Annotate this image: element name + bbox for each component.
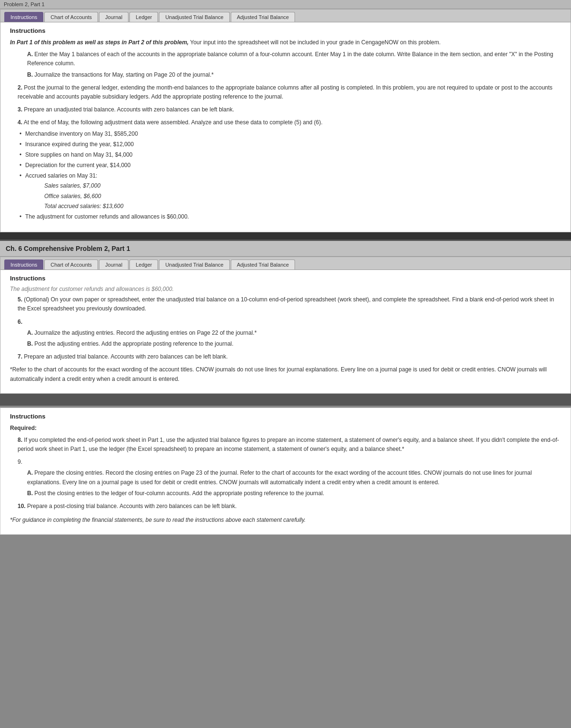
list-item-4: 4. At the end of May, the following adju… bbox=[18, 118, 561, 221]
intro-text-cont: Your input into the spreadsheet will not… bbox=[190, 39, 441, 46]
tab-chart-of-accounts-1[interactable]: Chart of Accounts bbox=[44, 12, 98, 22]
salary-2-text: Office salaries, $6,600 bbox=[44, 193, 101, 199]
p3-footnote: *For guidance in completing the financia… bbox=[10, 516, 561, 525]
alpha-item-a: A. Enter the May 1 balances of each of t… bbox=[27, 50, 561, 68]
p3-9b: B. Post the closing entries to the ledge… bbox=[27, 489, 561, 498]
main-list-2: 5. (Optional) On your own paper or sprea… bbox=[10, 295, 561, 361]
tab-journal-2[interactable]: Journal bbox=[99, 259, 128, 269]
alpha-item-b: B. Journalize the transactions for May, … bbox=[27, 70, 561, 80]
p3-required-text: Required: bbox=[10, 425, 37, 431]
alpha-b-text: Journalize the transactions for May, sta… bbox=[34, 71, 214, 78]
p2-item5-text: (Optional) On your own paper or spreadsh… bbox=[18, 296, 554, 312]
p2-footnote: *Refer to the chart of accounts for the … bbox=[10, 365, 561, 383]
p3-footnote-text: *For guidance in completing the financia… bbox=[10, 517, 305, 523]
page-container: Problem 2, Part 1 Instructions Chart of … bbox=[0, 0, 571, 535]
tab-unadjusted-1[interactable]: Unadjusted Trial Balance bbox=[159, 12, 229, 22]
p2-6b-text: Post the adjusting entries. Add the appr… bbox=[34, 340, 233, 347]
bullet-6-text: The adjustment for customer refunds and … bbox=[25, 213, 189, 220]
bullet-4-text: Depreciation for the current year, $14,0… bbox=[25, 162, 130, 169]
separator-2 bbox=[0, 394, 571, 406]
p2-item-7: 7. Prepare an adjusted trial balance. Ac… bbox=[18, 352, 561, 361]
salary-list: Sales salaries, $7,000 Office salaries, … bbox=[25, 181, 561, 211]
p3-item10-text: Prepare a post-closing trial balance. Ac… bbox=[27, 503, 236, 509]
salary-3-text: Total accrued salaries: $13,600 bbox=[44, 203, 123, 209]
panel-2-instructions: 5. (Optional) On your own paper or sprea… bbox=[10, 295, 561, 384]
tab-bar-2: Instructions Chart of Accounts Journal L… bbox=[0, 257, 571, 270]
alpha-list-2: A. Journalize the adjusting entries. Rec… bbox=[18, 329, 561, 349]
panel-2: Instructions Chart of Accounts Journal L… bbox=[0, 257, 571, 394]
bullet-6: The adjustment for customer refunds and … bbox=[25, 212, 561, 221]
item2-text: Post the journal to the general ledger, … bbox=[18, 84, 552, 100]
bullet-1-text: Merchandise inventory on May 31, $585,20… bbox=[25, 130, 138, 137]
tab-chart-of-accounts-2[interactable]: Chart of Accounts bbox=[44, 259, 98, 269]
tab-adjusted-2[interactable]: Adjusted Trial Balance bbox=[231, 259, 295, 269]
p3-9a: A. Prepare the closing entries. Record t… bbox=[27, 469, 561, 487]
p3-item8-text: If you completed the end-of-period work … bbox=[18, 437, 559, 452]
bullet-3-text: Store supplies on hand on May 31, $4,000 bbox=[25, 151, 133, 158]
alpha-a-text: Enter the May 1 balances of each of the … bbox=[27, 51, 553, 67]
bullet-5-text: Accrued salaries on May 31: bbox=[25, 172, 97, 179]
p2-footnote-text: *Refer to the chart of accounts for the … bbox=[10, 366, 547, 382]
panel-1: Instructions Chart of Accounts Journal L… bbox=[0, 9, 571, 232]
main-list-1: A. Enter the May 1 balances of each of t… bbox=[10, 50, 561, 221]
panel-3: Instructions Required: 8. If you complet… bbox=[0, 408, 571, 535]
item4-text: At the end of May, the following adjustm… bbox=[24, 119, 323, 126]
tab-unadjusted-2[interactable]: Unadjusted Trial Balance bbox=[159, 259, 229, 269]
panel-2-content: Instructions The adjustment for customer… bbox=[0, 270, 571, 393]
panel-3-instructions: Required: 8. If you completed the end-of… bbox=[10, 424, 561, 525]
p2-6a: A. Journalize the adjusting entries. Rec… bbox=[27, 329, 561, 338]
p3-item9-label: 9. bbox=[18, 459, 22, 465]
tab-instructions-2[interactable]: Instructions bbox=[4, 259, 43, 269]
main-list-3: 8. If you completed the end-of-period wo… bbox=[10, 436, 561, 511]
p3-9b-text: Post the closing entries to the ledger o… bbox=[34, 490, 324, 497]
p3-9a-text: Prepare the closing entries. Record the … bbox=[27, 469, 532, 485]
p3-required: Required: bbox=[10, 424, 561, 433]
salary-item-1: Sales salaries, $7,000 bbox=[44, 181, 561, 190]
p3-item-8: 8. If you completed the end-of-period wo… bbox=[18, 436, 561, 454]
overlay-text-content: The adjustment for customer refunds and … bbox=[10, 286, 174, 292]
bullet-2: Insurance expired during the year, $12,0… bbox=[25, 140, 561, 149]
separator-1 bbox=[0, 232, 571, 239]
tab-journal-1[interactable]: Journal bbox=[99, 12, 128, 22]
tab-bar-1: Instructions Chart of Accounts Journal L… bbox=[0, 10, 571, 22]
panel-3-content: Instructions Required: 8. If you complet… bbox=[0, 408, 571, 535]
item3-text: Prepare an unadjusted trial balance. Acc… bbox=[24, 106, 234, 113]
salary-item-3: Total accrued salaries: $13,600 bbox=[44, 202, 561, 211]
salary-item-2: Office salaries, $6,600 bbox=[44, 192, 561, 201]
tab-ledger-1[interactable]: Ledger bbox=[129, 12, 158, 22]
list-item-3: 3. Prepare an unadjusted trial balance. … bbox=[18, 105, 561, 114]
bullet-5: Accrued salaries on May 31: Sales salari… bbox=[25, 171, 561, 211]
bullet-2-text: Insurance expired during the year, $12,0… bbox=[25, 141, 134, 148]
bullet-4: Depreciation for the current year, $14,0… bbox=[25, 161, 561, 170]
bullet-3: Store supplies on hand on May 31, $4,000 bbox=[25, 150, 561, 160]
chapter-header: Ch. 6 Comprehensive Problem 2, Part 1 bbox=[0, 239, 571, 257]
panel-1-content: Instructions In Part 1 of this problem a… bbox=[0, 22, 571, 232]
salary-1-text: Sales salaries, $7,000 bbox=[44, 182, 100, 189]
tab-instructions-1[interactable]: Instructions bbox=[4, 12, 43, 22]
p2-item-5: 5. (Optional) On your own paper or sprea… bbox=[18, 295, 561, 313]
chapter-title: Ch. 6 Comprehensive Problem 2, Part 1 bbox=[6, 245, 130, 252]
p2-6a-text: Journalize the adjusting entries. Record… bbox=[34, 329, 256, 336]
bullet-list-1: Merchandise inventory on May 31, $585,20… bbox=[18, 130, 561, 222]
overlay-text-p2: The adjustment for customer refunds and … bbox=[10, 286, 561, 292]
p2-6b: B. Post the adjusting entries. Add the a… bbox=[27, 339, 561, 349]
intro-text: In Part 1 of this problem as well as ste… bbox=[10, 39, 188, 46]
p2-item-6: 6. A. Journalize the adjusting entries. … bbox=[18, 318, 561, 349]
tab-adjusted-1[interactable]: Adjusted Trial Balance bbox=[231, 12, 295, 22]
top-title: Problem 2, Part 1 bbox=[4, 1, 45, 7]
p2-item7-text: Prepare an adjusted trial balance. Accou… bbox=[24, 353, 227, 360]
list-item-1: A. Enter the May 1 balances of each of t… bbox=[18, 50, 561, 80]
alpha-list-1: A. Enter the May 1 balances of each of t… bbox=[18, 50, 561, 80]
alpha-list-3: A. Prepare the closing entries. Record t… bbox=[18, 469, 561, 498]
panel-3-section-title: Instructions bbox=[10, 413, 561, 420]
panel-1-section-title: Instructions bbox=[10, 27, 561, 34]
panel-1-intro: In Part 1 of this problem as well as ste… bbox=[10, 38, 561, 47]
p3-item-10: 10. Prepare a post-closing trial balance… bbox=[18, 502, 561, 511]
tab-ledger-2[interactable]: Ledger bbox=[129, 259, 158, 269]
bullet-1: Merchandise inventory on May 31, $585,20… bbox=[25, 130, 561, 139]
list-item-2: 2. Post the journal to the general ledge… bbox=[18, 83, 561, 101]
panel-1-instructions: In Part 1 of this problem as well as ste… bbox=[10, 38, 561, 221]
top-title-bar: Problem 2, Part 1 bbox=[0, 0, 571, 9]
panel-2-section-title: Instructions bbox=[10, 275, 561, 282]
p3-item-9: 9. A. Prepare the closing entries. Recor… bbox=[18, 458, 561, 498]
